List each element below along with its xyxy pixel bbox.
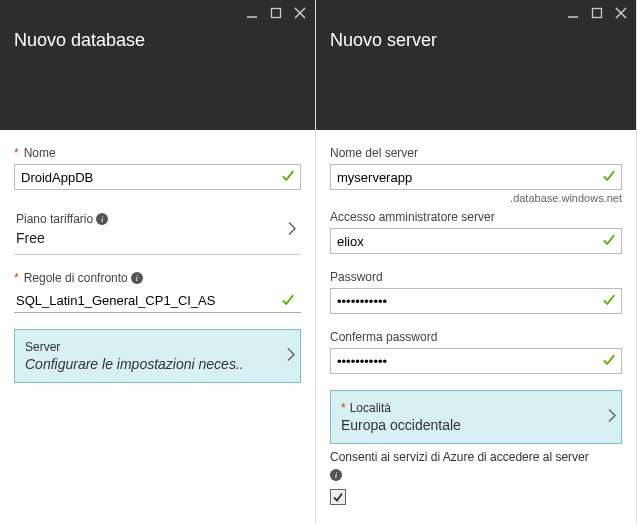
- selector-label: Località: [350, 401, 391, 415]
- field-confirm-password: Conferma password: [330, 330, 622, 374]
- info-icon[interactable]: i: [330, 469, 342, 481]
- field-server-name: Nome del server .database.windows.net: [330, 146, 622, 204]
- server-name-suffix: .database.windows.net: [330, 192, 622, 204]
- chevron-right-icon: [607, 409, 617, 426]
- admin-login-input[interactable]: [330, 228, 622, 254]
- label-text: Regole di confronto: [24, 271, 128, 285]
- selector-server[interactable]: Server Configurare le impostazioni neces…: [14, 329, 301, 383]
- blade-body: * Nome Piano tariffario i Free *: [0, 130, 315, 524]
- label-text: Accesso amministratore server: [330, 210, 495, 224]
- field-label: * Nome: [14, 146, 301, 160]
- chevron-right-icon: [286, 348, 296, 365]
- field-admin-login: Accesso amministratore server: [330, 210, 622, 254]
- selector-pricing-tier[interactable]: Piano tariffario i Free: [14, 206, 301, 255]
- allow-azure-label-row: Consenti ai servizi di Azure di accedere…: [330, 450, 622, 464]
- selector-label: Piano tariffario: [16, 212, 93, 226]
- selector-label: Server: [25, 340, 290, 354]
- selector-value: Free: [16, 230, 299, 246]
- server-name-input[interactable]: [330, 164, 622, 190]
- blade-new-database: Nuovo database * Nome Piano tariffario i…: [0, 0, 316, 524]
- window-controls: [245, 6, 307, 20]
- allow-azure-checkbox[interactable]: [330, 489, 346, 505]
- maximize-icon[interactable]: [269, 6, 283, 20]
- blade-new-server: Nuovo server Nome del server .database.w…: [316, 0, 637, 524]
- database-name-input[interactable]: [14, 164, 301, 190]
- minimize-icon[interactable]: [245, 6, 259, 20]
- label-text: Conferma password: [330, 330, 437, 344]
- close-icon[interactable]: [614, 6, 628, 20]
- info-icon[interactable]: i: [131, 272, 143, 284]
- minimize-icon[interactable]: [566, 6, 580, 20]
- password-input[interactable]: [330, 288, 622, 314]
- svg-rect-5: [593, 9, 602, 18]
- blade-header: Nuovo server: [316, 0, 636, 130]
- blade-title: Nuovo server: [330, 30, 622, 51]
- blade-header: Nuovo database: [0, 0, 315, 130]
- selector-value: Europa occidentale: [341, 417, 611, 433]
- close-icon[interactable]: [293, 6, 307, 20]
- field-database-name: * Nome: [14, 146, 301, 190]
- confirm-password-input[interactable]: [330, 348, 622, 374]
- collation-input[interactable]: [14, 289, 301, 313]
- blade-body: Nome del server .database.windows.net Ac…: [316, 130, 636, 524]
- blade-title: Nuovo database: [14, 30, 301, 51]
- label-text: Nome del server: [330, 146, 418, 160]
- field-collation: * Regole di confronto i: [14, 271, 301, 313]
- selector-location[interactable]: * Località Europa occidentale: [330, 390, 622, 444]
- required-asterisk: *: [14, 271, 19, 285]
- required-asterisk: *: [14, 146, 19, 160]
- allow-azure-label: Consenti ai servizi di Azure di accedere…: [330, 450, 589, 464]
- info-icon[interactable]: i: [96, 213, 108, 225]
- label-text: Password: [330, 270, 383, 284]
- window-controls: [566, 6, 628, 20]
- field-password: Password: [330, 270, 622, 314]
- label-text: Nome: [24, 146, 56, 160]
- maximize-icon[interactable]: [590, 6, 604, 20]
- selector-value: Configurare le impostazioni neces..: [25, 356, 290, 372]
- svg-rect-1: [272, 9, 281, 18]
- required-asterisk: *: [341, 401, 346, 415]
- chevron-right-icon: [287, 222, 297, 239]
